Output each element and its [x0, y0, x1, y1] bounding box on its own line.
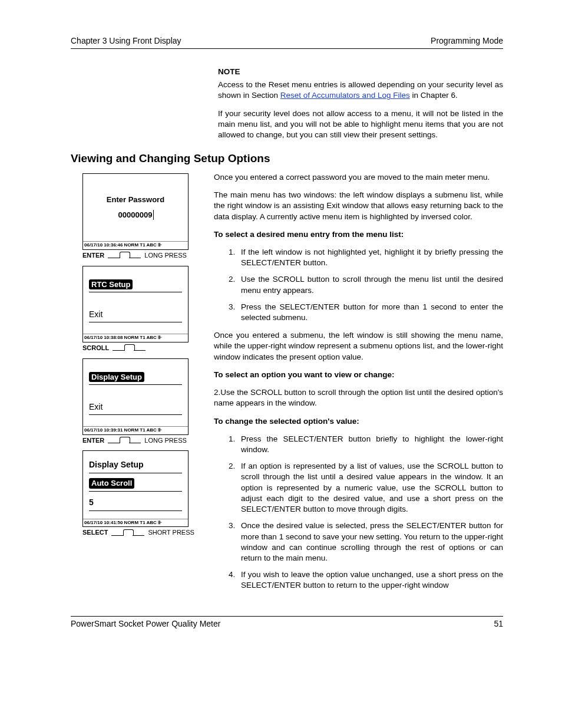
header-left: Chapter 3 Using Front Display: [71, 35, 181, 47]
button-icon: [111, 530, 144, 536]
body-h4: To select an option you want to view or …: [214, 370, 503, 380]
device-screen-password: Enter Password 00000009 06/17/10 10:36:4…: [82, 173, 189, 250]
section-heading: Viewing and Changing Setup Options: [71, 151, 503, 166]
device-screens-column: Enter Password 00000009 06/17/10 10:36:4…: [71, 172, 203, 598]
note-paragraph-1: Access to the Reset menu entries is allo…: [218, 80, 503, 101]
body-p2: The main menu has two windows: the left …: [214, 190, 503, 222]
page-footer: PowerSmart Socket Power Quality Meter 51: [71, 616, 503, 630]
button-row: SELECT SHORT PRESS: [82, 528, 203, 537]
footer-right: 51: [494, 618, 503, 630]
body-p4: 2.Use the SCROLL button to scroll throug…: [214, 387, 503, 409]
body-h5: To change the selected option's value:: [214, 416, 503, 427]
button-icon: [113, 345, 146, 351]
footer-left: PowerSmart Socket Power Quality Meter: [71, 618, 220, 630]
body-text-column: Once you entered a correct password you …: [214, 172, 503, 598]
battery-icon: ⊪: [158, 520, 162, 526]
page-header: Chapter 3 Using Front Display Programmin…: [71, 35, 503, 49]
button-icon: [108, 252, 141, 258]
battery-icon: ⊪: [158, 242, 162, 249]
device-screen-rtc: RTC Setup Exit 06/17/10 10:38:08 NORM T1…: [82, 266, 189, 342]
note-label: NOTE: [218, 67, 503, 77]
button-row: ENTER LONG PRESS: [82, 436, 203, 445]
note-block: NOTE Access to the Reset menu entries is…: [218, 67, 503, 140]
device-screen-display-setup: Display Setup Exit 06/17/10 10:39:31 NOR…: [82, 358, 189, 435]
body-p3: Once you entered a submenu, the left win…: [214, 330, 503, 363]
steps-list-1: If the left window is not highlighted ye…: [226, 247, 503, 323]
header-right: Programming Mode: [431, 35, 503, 47]
battery-icon: ⊪: [158, 427, 162, 434]
body-h3: To select a desired menu entry from the …: [214, 229, 503, 240]
body-p1: Once you entered a correct password you …: [214, 172, 503, 183]
button-icon: [108, 437, 141, 443]
note-paragraph-2: If your security level does not allow ac…: [218, 108, 503, 141]
reset-accumulators-link[interactable]: Reset of Accumulators and Log Files: [280, 91, 410, 100]
battery-icon: ⊪: [158, 335, 162, 341]
steps-list-2: Press the SELECT/ENTER button briefly to…: [226, 434, 503, 591]
button-row: SCROLL: [82, 344, 203, 353]
button-row: ENTER LONG PRESS: [82, 251, 203, 260]
device-screen-auto-scroll: Display Setup Auto Scroll 5 06/17/10 10:…: [82, 450, 189, 527]
